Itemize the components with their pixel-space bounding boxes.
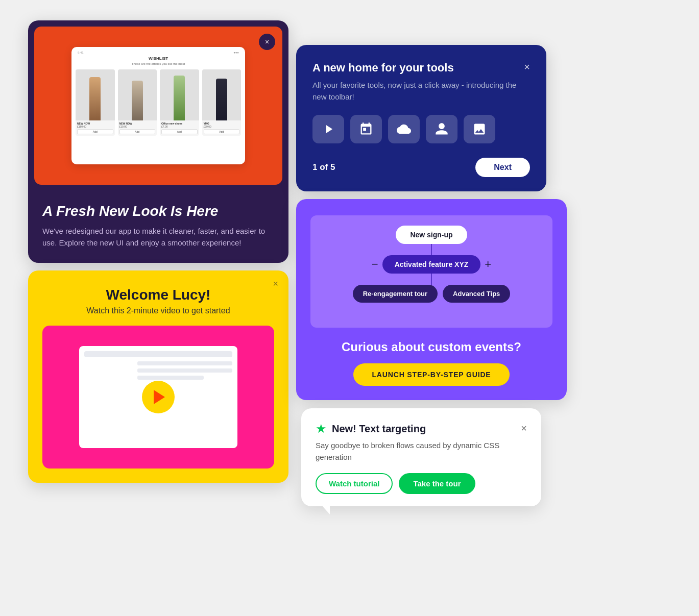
events-node-signup: New sign-up (396, 226, 467, 244)
welcome-subtitle: Watch this 2-minute video to get started (42, 306, 274, 315)
targeting-title-row: ★ New! Text targeting (316, 423, 521, 435)
product-2-img (118, 69, 157, 120)
events-bottom-row: Re-engagement tour Advanced Tips (353, 285, 511, 303)
toolbar-step: 1 of 5 (312, 162, 335, 173)
text-line-3 (137, 376, 204, 380)
fresh-description: We've redesigned our app to make it clea… (42, 226, 274, 249)
product-1: NEW NOW £180.00 Add (76, 69, 115, 136)
welcome-close-button[interactable]: × (273, 279, 278, 289)
image-icon (472, 122, 487, 136)
calendar-check-icon (359, 122, 373, 136)
video-mockup-header-bar (84, 351, 232, 357)
product-4: YMG £29.00 Add (202, 69, 242, 136)
video-mockup-text-lines (137, 361, 232, 383)
product-1-info: NEW NOW £180.00 Add (76, 120, 115, 136)
product-4-info: YMG £29.00 Add (202, 120, 242, 136)
card-events: New sign-up − Activated feature XYZ + Re… (296, 199, 567, 400)
events-connector-1 (431, 244, 432, 255)
events-title: Curious about custom events? (310, 340, 552, 354)
product-3: Office new shoes £7.00 Add (160, 69, 199, 136)
take-tour-button[interactable]: Take the tour (399, 473, 475, 494)
targeting-description: Say goodbye to broken flows caused by dy… (316, 440, 527, 463)
mockup-phone: 9:41 ●●● WISHLIST These are the articles… (71, 47, 245, 164)
welcome-title: Welcome Lucy! (42, 287, 274, 303)
mockup-subtitle: These are the articles you like the most (76, 62, 241, 65)
toolbar-icon-play[interactable] (312, 115, 344, 143)
product-4-price: £29.00 (204, 125, 240, 128)
play-button[interactable] (142, 381, 175, 413)
events-node-reengagement: Re-engagement tour (353, 285, 438, 303)
toolbar-icon-person[interactable] (426, 115, 457, 143)
card-toolbar: A new home for your tools × All your fav… (296, 45, 546, 191)
toolbar-icons-row (312, 115, 530, 143)
toolbar-title: A new home for your tools (312, 61, 524, 75)
targeting-close-button[interactable]: × (521, 423, 527, 434)
toolbar-icon-image[interactable] (464, 115, 495, 143)
card-text-targeting: ★ New! Text targeting × Say goodbye to b… (301, 408, 541, 506)
product-4-img (202, 69, 242, 120)
events-mid-row: − Activated feature XYZ + (319, 255, 544, 274)
events-tree-diagram: New sign-up − Activated feature XYZ + Re… (310, 215, 552, 328)
toolbar-footer: 1 of 5 Next (312, 158, 530, 177)
product-1-img (76, 69, 115, 120)
card-fresh-new-look: × 9:41 ●●● WISHLIST These are the articl… (28, 20, 288, 263)
targeting-header: ★ New! Text targeting × (316, 423, 527, 435)
mockup-wishlist-title: WISHLIST (76, 56, 241, 61)
welcome-video-area[interactable] (42, 326, 274, 469)
targeting-buttons: Watch tutorial Take the tour (316, 473, 527, 494)
product-1-figure (89, 77, 101, 120)
fresh-title: A Fresh New Look Is Here (42, 203, 274, 219)
watch-tutorial-button[interactable]: Watch tutorial (316, 473, 393, 494)
toolbar-close-button[interactable]: × (524, 61, 530, 73)
events-node-feature: Activated feature XYZ (382, 255, 481, 274)
video-mockup (79, 346, 237, 448)
product-1-btn[interactable]: Add (77, 129, 113, 134)
mockup-products-row: NEW NOW £180.00 Add NEW NOW £10.00 Add (76, 69, 241, 136)
events-plus-button[interactable]: + (480, 258, 495, 271)
product-2-figure (132, 81, 143, 120)
product-1-price: £180.00 (77, 125, 113, 128)
text-line-2 (137, 368, 232, 373)
star-icon: ★ (316, 423, 327, 435)
events-minus-button[interactable]: − (368, 258, 382, 271)
product-2-info: NEW NOW £10.00 Add (118, 120, 157, 136)
fresh-close-button[interactable]: × (259, 34, 275, 50)
toolbar-icon-cloud[interactable] (388, 115, 420, 143)
product-2: NEW NOW £10.00 Add (118, 69, 157, 136)
product-3-info: Office new shoes £7.00 Add (160, 120, 199, 136)
product-3-btn[interactable]: Add (161, 129, 198, 134)
toolbar-description: All your favorite tools, now just a clic… (312, 80, 530, 103)
product-4-figure (216, 79, 227, 120)
play-triangle-icon (154, 390, 165, 404)
next-button[interactable]: Next (475, 158, 530, 177)
events-node-advanced: Advanced Tips (443, 285, 510, 303)
product-3-img (160, 69, 199, 120)
person-icon (435, 122, 449, 136)
text-line-1 (137, 361, 232, 365)
fresh-body: A Fresh New Look Is Here We've redesigne… (28, 191, 288, 263)
product-2-btn[interactable]: Add (119, 129, 156, 134)
launch-guide-button[interactable]: LAUNCH STEP-BY-STEP GUIDE (353, 363, 509, 386)
mockup-header: 9:41 ●●● (76, 51, 241, 54)
product-3-price: £7.00 (161, 125, 198, 128)
toolbar-icon-calendar[interactable] (350, 115, 382, 143)
cards-container: × 9:41 ●●● WISHLIST These are the articl… (0, 0, 699, 616)
product-4-btn[interactable]: Add (204, 129, 240, 134)
toolbar-header: A new home for your tools × (312, 61, 530, 75)
targeting-title: New! Text targeting (332, 423, 426, 435)
events-connector-2 (431, 274, 432, 285)
cloud-icon (397, 122, 411, 136)
card-welcome: × Welcome Lucy! Watch this 2-minute vide… (28, 270, 288, 483)
product-3-figure (174, 76, 185, 120)
product-2-price: £10.00 (119, 125, 156, 128)
fresh-product-image: × 9:41 ●●● WISHLIST These are the articl… (34, 27, 282, 185)
play-icon (321, 122, 335, 136)
